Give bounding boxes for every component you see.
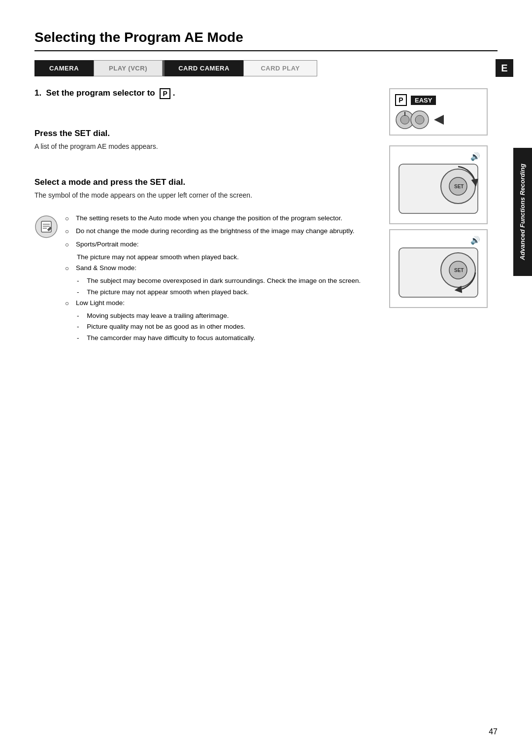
page-container: E Advanced Functions Recording Selecting… [0,0,532,756]
svg-text:SET: SET [454,184,464,189]
step-2-title: Press the SET dial. [34,129,374,138]
note-item-5: ○ Low Light mode: [65,298,361,309]
note-sub-text-5-2: Picture quality may not be as good as in… [87,321,245,332]
tab-camera[interactable]: CAMERA [34,60,94,76]
svg-point-6 [400,115,409,124]
svg-marker-10 [434,115,444,125]
set-dial-svg-2: SET 🔊 [394,233,483,305]
step-1-title: 1. Set the program selector to P . [34,88,374,99]
dash-5-3: - [77,333,79,344]
diagram-set-dial-1: SET 🔊 [389,145,488,224]
set-dial-svg-1: SET 🔊 [394,149,483,221]
note-sub-3-1: The picture may not appear smooth when p… [77,252,361,263]
tab-play-vcr[interactable]: PLAY (VCR) [94,60,163,76]
p-symbol: P [160,88,170,99]
right-sidebar-tab: Advanced Functions Recording [513,148,532,276]
content-area: 1. Set the program selector to P . Press… [34,88,498,348]
bullet-5: ○ [65,298,73,309]
right-images: P EASY [389,88,498,348]
dash-5-2: - [77,321,79,332]
note-sub-5-1: - Moving subjects may leave a trailing a… [77,310,361,321]
note-sub-5-3: - The camcorder may have difficulty to f… [77,333,361,344]
step-1: 1. Set the program selector to P . [34,88,374,99]
note-text-1: The setting resets to the Auto mode when… [76,213,342,224]
note-text-5: Low Light mode: [76,298,125,309]
step-3-desc: The symbol of the mode appears on the up… [34,191,374,199]
step-3: Select a mode and press the SET dial. Th… [34,177,374,199]
diagram-set-dial-2: SET 🔊 [389,229,488,308]
step-2: Press the SET dial. A list of the progra… [34,129,374,150]
note-sub-text-3-1: The picture may not appear smooth when p… [77,252,239,263]
bullet-3: ○ [65,240,73,250]
e-label: E [496,59,513,77]
note-sub-4-2: - The picture may not appear smooth when… [77,287,361,298]
page-title: Selecting the Program AE Mode [34,30,498,51]
p-badge: P [395,94,407,106]
note-item-1: ○ The setting resets to the Auto mode wh… [65,213,361,224]
svg-rect-1 [41,221,51,232]
svg-text:🔊: 🔊 [470,152,480,161]
left-content: 1. Set the program selector to P . Press… [34,88,389,348]
note-sub-4-1: - The subject may become overexposed in … [77,275,361,286]
step-2-desc: A list of the program AE modes appears. [34,142,374,150]
note-text-3: Sports/Portrait mode: [76,239,139,250]
note-content: ○ The setting resets to the Auto mode wh… [65,213,361,344]
easy-badge: EASY [411,96,436,105]
svg-text:SET: SET [454,268,464,273]
svg-point-9 [415,115,424,124]
dash-4-2: - [77,287,79,298]
dial-illustration [395,110,430,130]
arrow-indicator [432,112,446,127]
bullet-2: ○ [65,226,73,237]
note-section: ○ The setting resets to the Auto mode wh… [34,213,374,344]
bullet-4: ○ [65,263,73,274]
tab-card-play[interactable]: CARD PLAY [243,60,317,76]
dash-4-1: - [77,275,79,286]
sidebar-label: Advanced Functions Recording [519,164,527,260]
note-sub-text-5-3: The camcorder may have difficulty to foc… [87,333,255,344]
dash-5-1: - [77,310,79,321]
page-number: 47 [489,727,498,736]
note-item-4: ○ Sand & Snow mode: [65,263,361,274]
tab-card-camera[interactable]: CARD CAMERA [165,60,243,76]
bullet-1: ○ [65,213,73,224]
note-item-2: ○ Do not change the mode during recordin… [65,226,361,237]
mode-tabs: CAMERA PLAY (VCR) CARD CAMERA CARD PLAY [34,60,498,76]
note-sub-5-2: - Picture quality may not be as good as … [77,321,361,332]
note-sub-text-4-1: The subject may become overexposed in da… [87,275,361,286]
note-sub-text-4-2: The picture may not appear smooth when p… [87,287,249,298]
note-text-4: Sand & Snow mode: [76,263,136,274]
note-item-3: ○ Sports/Portrait mode: [65,239,361,250]
note-sub-text-5-1: Moving subjects may leave a trailing aft… [87,310,229,321]
svg-text:🔊: 🔊 [470,236,480,245]
step-3-title: Select a mode and press the SET dial. [34,177,374,187]
note-icon [34,215,58,239]
note-text-2: Do not change the mode during recording … [76,226,355,237]
diagram-p-easy: P EASY [389,88,488,136]
